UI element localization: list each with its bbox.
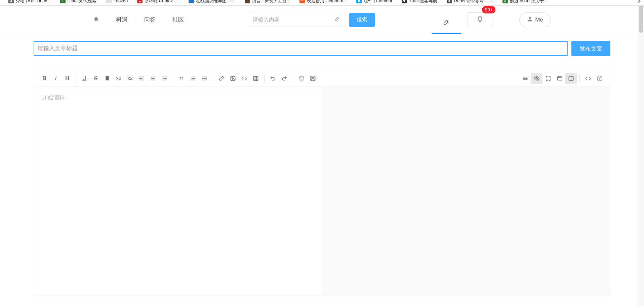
svg-point-23 <box>232 77 233 78</box>
bookmark-item[interactable]: GRedis 命令参考 —... <box>447 0 493 3</box>
bookmark-button[interactable] <box>102 73 113 84</box>
bookmark-label: 在线画思维导图 - I... <box>196 0 235 3</box>
eye-off-icon[interactable] <box>531 73 542 84</box>
bookmark-label: Redis 命令参考 —... <box>454 0 493 3</box>
bookmark-icon: i <box>60 0 66 3</box>
bookmark-item[interactable]: Lookao <box>106 0 128 3</box>
edit-icon[interactable] <box>334 16 340 24</box>
bookmark-label: 欢迎使用 Colabora... <box>307 0 347 3</box>
bookmark-label: 前言 - 床长人工智... <box>252 0 290 3</box>
me-label: Me <box>535 16 543 23</box>
bookmark-label: Lookao <box>114 0 128 3</box>
title-row: 发布文章 <box>0 34 644 56</box>
editor-preview-pane <box>322 87 610 296</box>
separator <box>264 75 265 82</box>
bookmark-label: 组件 | Element <box>364 0 392 3</box>
search-input[interactable] <box>253 17 334 23</box>
bookmark-label: 茶杯狐 Cupfox -... <box>145 0 179 3</box>
strikethrough-button[interactable]: S <box>90 73 102 84</box>
svg-rect-24 <box>253 76 258 80</box>
image-button[interactable] <box>227 73 239 84</box>
help-icon[interactable] <box>594 73 605 84</box>
site-header: 树洞 问答 社区 搜索 99+ <box>0 6 644 34</box>
save-button[interactable] <box>307 73 319 84</box>
bookmark-icon <box>106 0 112 3</box>
svg-text:3: 3 <box>191 79 192 81</box>
bold-button[interactable]: B <box>39 73 50 84</box>
nav-links: 树洞 问答 社区 <box>93 15 184 24</box>
user-icon <box>527 16 533 24</box>
html-view-icon[interactable] <box>582 73 594 84</box>
code-button[interactable] <box>239 73 250 84</box>
svg-point-21 <box>202 79 203 80</box>
align-left-button[interactable] <box>136 73 147 84</box>
bookmark-item[interactable]: ∞欢迎使用 Colabora... <box>299 0 347 3</box>
bookmark-icon: C <box>137 0 143 3</box>
bookmark-icon <box>189 0 194 3</box>
home-icon[interactable] <box>93 15 99 24</box>
separator <box>293 75 293 82</box>
align-center-button[interactable] <box>147 73 159 84</box>
bookmark-icon: ◆ <box>402 0 407 3</box>
bookmark-item[interactable]: G介绍 | Kali Linux... <box>8 0 51 3</box>
bookmarks-overflow[interactable]: » <box>637 0 641 4</box>
nav-link-community[interactable]: 社区 <box>172 16 184 24</box>
bookmark-icon: E <box>356 0 362 3</box>
write-article-tab[interactable] <box>432 13 461 34</box>
bookmark-item[interactable]: E组件 | Element <box>356 0 392 3</box>
subscript-button[interactable]: x2 <box>124 73 136 84</box>
read-mode-icon[interactable] <box>554 73 565 84</box>
editor-placeholder: 开始编辑... <box>42 94 314 101</box>
bookmark-item[interactable]: C茶杯狐 Cupfox -... <box>137 0 179 3</box>
svg-rect-22 <box>231 76 235 80</box>
bookmark-icon: G <box>8 0 14 3</box>
separator <box>213 75 213 82</box>
fullscreen-icon[interactable] <box>542 73 554 84</box>
article-title-input[interactable] <box>34 41 568 56</box>
editor-source-pane[interactable]: 开始编辑... <box>34 87 322 296</box>
browser-bookmarks-bar: G介绍 | Kali Linux... iiData-知识检索 Lookao C… <box>0 0 644 6</box>
publish-button[interactable]: 发布文章 <box>571 41 610 56</box>
bookmark-item[interactable]: p超过 6000 张关于 ... <box>502 0 549 3</box>
bookmark-item[interactable]: iiData-知识检索 <box>60 0 97 3</box>
redo-button[interactable] <box>279 73 290 84</box>
bookmark-icon: G <box>447 0 452 3</box>
bookmark-label: iData-知识检索 <box>68 0 97 3</box>
svg-point-20 <box>202 78 203 78</box>
nav-link-treehole[interactable]: 树洞 <box>116 16 127 24</box>
bookmark-label: 介绍 | Kali Linux... <box>16 0 51 3</box>
quote-button[interactable] <box>176 73 187 84</box>
undo-button[interactable] <box>267 73 279 84</box>
me-button[interactable]: Me <box>519 12 551 27</box>
page-scrollbar[interactable] <box>638 6 644 306</box>
nav-link-qa[interactable]: 问答 <box>144 16 156 24</box>
ordered-list-button[interactable]: 123 <box>187 73 199 84</box>
unordered-list-button[interactable] <box>199 73 210 84</box>
bookmark-label: Track黑客导航 <box>409 0 437 3</box>
bookmark-item[interactable]: 在线画思维导图 - I... <box>189 0 235 3</box>
svg-point-19 <box>202 76 203 77</box>
split-view-icon[interactable] <box>565 73 577 84</box>
bookmark-icon: p <box>502 0 508 3</box>
align-right-button[interactable] <box>159 73 170 84</box>
search-input-wrap[interactable] <box>248 13 345 27</box>
notifications-button[interactable]: 99+ <box>468 12 492 27</box>
trash-button[interactable] <box>296 73 307 84</box>
separator <box>579 75 580 82</box>
separator <box>173 75 173 82</box>
menu-icon[interactable] <box>520 73 531 84</box>
svg-point-0 <box>529 17 531 19</box>
link-button[interactable] <box>216 73 227 84</box>
editor-body: 开始编辑... <box>34 87 610 296</box>
italic-button[interactable]: I <box>50 73 62 84</box>
heading-button[interactable]: H <box>62 73 73 84</box>
superscript-button[interactable]: x2 <box>113 73 124 84</box>
markdown-editor: B I H U S x2 x2 123 <box>34 70 610 296</box>
underline-button[interactable]: U <box>79 73 90 84</box>
bell-icon <box>477 16 483 24</box>
table-button[interactable] <box>250 73 261 84</box>
scrollbar-thumb[interactable] <box>639 6 643 33</box>
bookmark-item[interactable]: ◆Track黑客导航 <box>402 0 437 3</box>
search-button[interactable]: 搜索 <box>349 13 375 27</box>
bookmark-item[interactable]: 前言 - 床长人工智... <box>245 0 290 3</box>
